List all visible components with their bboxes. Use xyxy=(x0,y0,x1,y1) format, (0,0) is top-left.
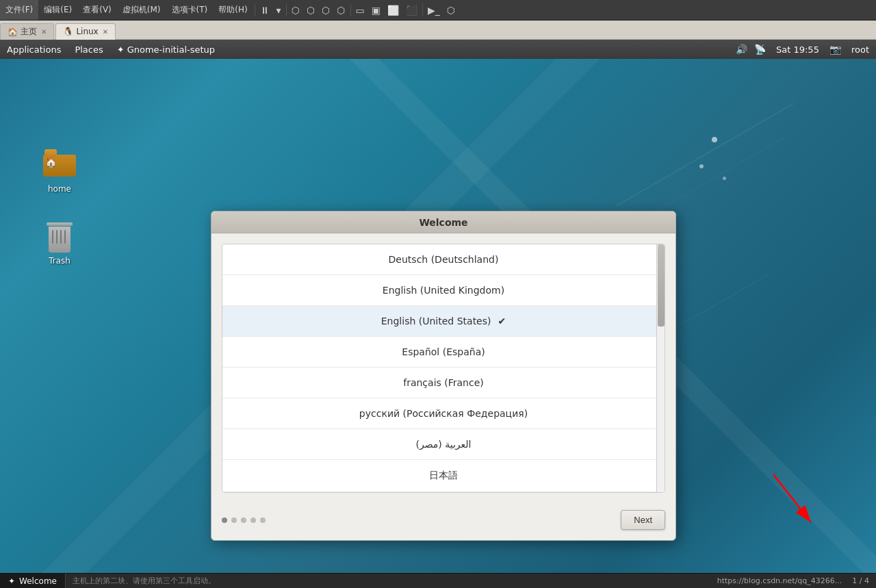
view-icon2[interactable]: ▣ xyxy=(368,0,384,20)
vmware-menubar: 文件(F) 编辑(E) 查看(V) 虚拟机(M) 选项卡(T) 帮助(H) ⏸ … xyxy=(0,0,876,21)
gnome-panel: Applications Places ✦ Gnome-initial-setu… xyxy=(0,40,876,59)
lang-deutsch-label: Deutsch (Deutschland) xyxy=(389,254,499,265)
task-label: Welcome xyxy=(19,576,57,586)
home-symbol: 🏠 xyxy=(46,157,55,167)
speaker-icon[interactable]: 🔊 xyxy=(732,44,751,55)
lang-francais[interactable]: français (France) xyxy=(222,368,665,398)
lang-japanese-label: 日本語 xyxy=(429,470,458,482)
svg-line-1 xyxy=(773,474,811,522)
list-scrollbar[interactable] xyxy=(656,244,665,492)
places-menu[interactable]: Places xyxy=(68,40,110,59)
trash-icon[interactable]: Trash xyxy=(36,220,83,266)
trash-line4 xyxy=(64,230,66,244)
dot-2 xyxy=(231,517,237,523)
statusbar: ✦ Welcome 主机上的第二块、请使用第三个工具启动。 https://bl… xyxy=(0,573,876,588)
separator xyxy=(255,4,255,16)
lang-english-uk[interactable]: English (United Kingdom) xyxy=(222,275,665,306)
menu-help[interactable]: 帮助(H) xyxy=(213,0,253,20)
dialog-title: Welcome xyxy=(419,217,467,228)
lang-english-uk-label: English (United Kingdom) xyxy=(383,285,504,296)
lang-english-us[interactable]: English (United States) ✔ xyxy=(222,306,665,337)
separator3 xyxy=(350,4,351,16)
desktop-area: 🏠 home Trash xyxy=(0,59,876,573)
dialog-titlebar: Welcome xyxy=(211,212,675,233)
lang-espanol[interactable]: Español (España) xyxy=(222,337,665,368)
welcome-dialog: Welcome Deutsch (Deutschland) English (U… xyxy=(211,211,676,541)
tab-linux-label: Linux xyxy=(76,27,98,36)
home-tab-icon: 🏠 xyxy=(8,27,18,37)
scrollbar-thumb xyxy=(658,244,665,327)
dropdown-icon[interactable]: ▾ xyxy=(273,0,285,20)
lang-arabic-label: العربية (مصر) xyxy=(416,439,472,450)
desktop: 文件(F) 编辑(E) 查看(V) 虚拟机(M) 选项卡(T) 帮助(H) ⏸ … xyxy=(0,0,876,588)
vm-icon4[interactable]: ⬡ xyxy=(333,0,348,20)
gnome-setup-icon: ✦ xyxy=(117,44,125,55)
menu-tabs[interactable]: 选项卡(T) xyxy=(166,0,214,20)
trash-line2 xyxy=(56,230,57,244)
task-icon: ✦ xyxy=(8,576,15,586)
tab-home[interactable]: 🏠 主页 ✕ xyxy=(0,23,54,40)
trash-line1 xyxy=(52,230,53,244)
tab-home-label: 主页 xyxy=(21,26,37,38)
trash-line3 xyxy=(60,230,62,244)
home-folder-image: 🏠 xyxy=(43,148,76,181)
home-label: home xyxy=(46,183,73,194)
tab-linux-close[interactable]: ✕ xyxy=(103,28,108,36)
lang-russian[interactable]: русский (Российская Федерация) xyxy=(222,398,665,429)
separator4 xyxy=(422,4,423,16)
vm-icon3[interactable]: ⬡ xyxy=(318,0,333,20)
pause-icon[interactable]: ⏸ xyxy=(257,0,273,20)
linux-tab-icon: 🐧 xyxy=(63,27,73,36)
dot-4 xyxy=(250,517,256,523)
blog-url: https://blog.csdn.net/qq_43266... xyxy=(717,576,842,585)
view-icon3[interactable]: ⬜ xyxy=(384,0,402,20)
task-button[interactable]: ✦ Welcome xyxy=(0,574,66,589)
network-icon[interactable]: 📡 xyxy=(751,44,769,55)
menu-edit[interactable]: 编辑(E) xyxy=(38,0,77,20)
trash-lid xyxy=(47,222,73,226)
status-right: https://blog.csdn.net/qq_43266... 1 / 4 xyxy=(717,576,876,585)
dialog-footer: Next xyxy=(211,503,675,540)
page-dots xyxy=(222,517,266,523)
screen-icon[interactable]: ⬡ xyxy=(443,0,459,20)
tab-linux[interactable]: 🐧 Linux ✕ xyxy=(55,23,116,40)
view-icon4[interactable]: ⬛ xyxy=(402,0,421,20)
dot-5 xyxy=(260,517,266,523)
dot-3 xyxy=(241,517,246,523)
lang-english-us-label: English (United States) xyxy=(381,316,491,327)
trash-body xyxy=(49,227,70,253)
user-label: root xyxy=(851,44,869,55)
gnome-initial-setup[interactable]: ✦ Gnome-initial-setup xyxy=(110,40,222,59)
status-text: 主机上的第二块、请使用第三个工具启动。 xyxy=(66,576,222,586)
lang-russian-label: русский (Российская Федерация) xyxy=(359,408,528,419)
tab-home-close[interactable]: ✕ xyxy=(41,28,47,36)
menu-file[interactable]: 文件(F) xyxy=(0,0,38,20)
vm-icon1[interactable]: ⬡ xyxy=(288,0,303,20)
gnome-setup-label: Gnome-initial-setup xyxy=(127,44,215,55)
home-icon[interactable]: 🏠 home xyxy=(36,148,83,194)
applications-menu[interactable]: Applications xyxy=(0,40,68,59)
lang-japanese[interactable]: 日本語 xyxy=(222,460,665,492)
vm-icon2[interactable]: ⬡ xyxy=(303,0,318,20)
view-icon1[interactable]: ▭ xyxy=(352,0,368,20)
next-button[interactable]: Next xyxy=(621,510,665,530)
trash-image xyxy=(43,220,76,253)
tab-bar: 🏠 主页 ✕ 🐧 Linux ✕ xyxy=(0,21,876,40)
applications-label: Applications xyxy=(7,44,61,55)
places-label: Places xyxy=(75,44,103,55)
clock[interactable]: Sat 19:55 xyxy=(769,44,826,55)
red-arrow-svg xyxy=(766,468,835,550)
user-menu[interactable]: root xyxy=(845,44,876,55)
menu-view[interactable]: 查看(V) xyxy=(77,0,117,20)
menu-vm[interactable]: 虚拟机(M) xyxy=(117,0,166,20)
page-info: 1 / 4 xyxy=(852,576,869,585)
lang-list-scroll[interactable]: Deutsch (Deutschland) English (United Ki… xyxy=(222,244,665,492)
lang-arabic[interactable]: العربية (مصر) xyxy=(222,429,665,460)
panel-right: 🔊 📡 Sat 19:55 📷 root xyxy=(732,44,876,55)
language-list: Deutsch (Deutschland) English (United Ki… xyxy=(222,244,665,493)
terminal-icon[interactable]: ▶_ xyxy=(424,0,443,20)
lang-espanol-label: Español (España) xyxy=(402,346,485,357)
dialog-content: Deutsch (Deutschland) English (United Ki… xyxy=(211,233,675,503)
screen-shot-icon[interactable]: 📷 xyxy=(826,44,845,55)
lang-deutsch[interactable]: Deutsch (Deutschland) xyxy=(222,244,665,275)
